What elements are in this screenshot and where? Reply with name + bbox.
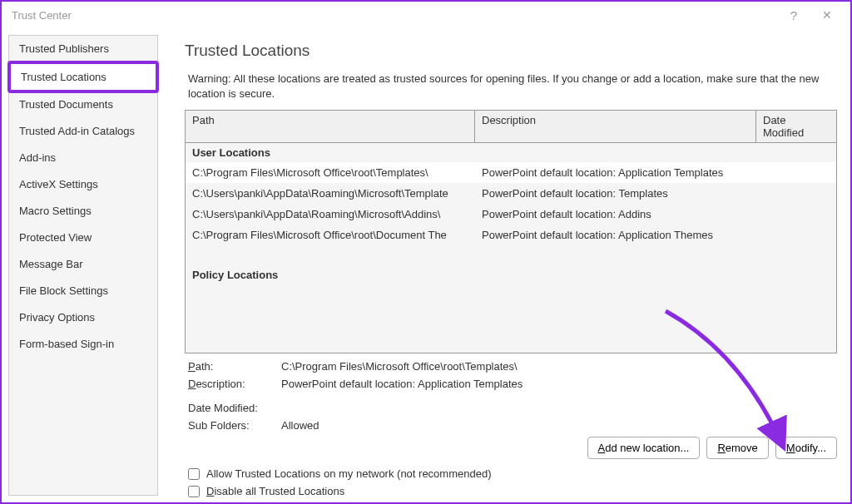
detail-date-label: Date Modified: bbox=[188, 402, 281, 414]
cell-path: C:\Program Files\Microsoft Office\root\D… bbox=[186, 227, 475, 243]
details-panel: Path: C:\Program Files\Microsoft Office\… bbox=[188, 360, 837, 432]
sidebar-item-trusted-documents[interactable]: Trusted Documents bbox=[9, 91, 157, 118]
add-new-location-button[interactable]: Add new location... bbox=[587, 437, 701, 459]
sidebar-item-trusted-publishers[interactable]: Trusted Publishers bbox=[9, 36, 157, 62]
cell-desc: PowerPoint default location: Addins bbox=[475, 206, 756, 222]
cell-date bbox=[756, 227, 836, 243]
sidebar-item-privacy-options[interactable]: Privacy Options bbox=[9, 304, 157, 331]
section-policy-locations: Policy Locations bbox=[186, 265, 836, 284]
sidebar-item-protected-view[interactable]: Protected View bbox=[9, 225, 157, 251]
sidebar-item-form-based-sign-in[interactable]: Form-based Sign-in bbox=[9, 331, 157, 358]
table-row[interactable]: C:\Program Files\Microsoft Office\root\T… bbox=[186, 162, 836, 183]
cell-path: C:\Users\panki\AppData\Roaming\Microsoft… bbox=[186, 206, 475, 222]
cell-date bbox=[756, 206, 836, 222]
sidebar-item-add-ins[interactable]: Add-ins bbox=[9, 145, 157, 171]
cell-desc: PowerPoint default location: Application… bbox=[475, 227, 756, 243]
cell-date bbox=[756, 165, 836, 180]
detail-path-value: C:\Program Files\Microsoft Office\root\T… bbox=[281, 360, 837, 373]
sidebar-item-activex-settings[interactable]: ActiveX Settings bbox=[9, 171, 157, 198]
remove-button[interactable]: Remove bbox=[706, 437, 768, 459]
disable-all-label: Disable all Trusted Locations bbox=[206, 485, 344, 497]
sidebar-item-message-bar[interactable]: Message Bar bbox=[9, 251, 157, 278]
window-title: Trust Center bbox=[8, 9, 777, 22]
cell-path: C:\Users\panki\AppData\Roaming\Microsoft… bbox=[186, 185, 475, 201]
content-area: Trusted Publishers Trusted Locations Tru… bbox=[2, 28, 850, 502]
header-description[interactable]: Description bbox=[475, 111, 756, 142]
allow-network-checkbox[interactable] bbox=[188, 468, 200, 480]
close-icon[interactable]: ✕ bbox=[810, 8, 844, 22]
cell-date bbox=[756, 185, 836, 201]
titlebar: Trust Center ? ✕ bbox=[2, 2, 850, 28]
modify-button[interactable]: Modify... bbox=[775, 437, 837, 459]
table-row[interactable]: C:\Program Files\Microsoft Office\root\D… bbox=[186, 225, 836, 245]
detail-subfolders-label: Sub Folders: bbox=[188, 419, 281, 432]
detail-date-value bbox=[281, 402, 837, 414]
detail-description-label: Description: bbox=[188, 378, 281, 390]
disable-all-checkbox[interactable] bbox=[188, 486, 200, 497]
allow-network-label: Allow Trusted Locations on my network (n… bbox=[206, 467, 492, 480]
detail-description-value: PowerPoint default location: Application… bbox=[281, 378, 837, 390]
disable-all-checkbox-row[interactable]: Disable all Trusted Locations bbox=[188, 485, 837, 497]
sidebar-item-trusted-locations[interactable]: Trusted Locations bbox=[7, 61, 159, 93]
help-icon[interactable]: ? bbox=[777, 8, 810, 22]
table-body: User Locations C:\Program Files\Microsof… bbox=[186, 143, 836, 353]
section-user-locations: User Locations bbox=[186, 143, 836, 162]
main-panel: Trusted Locations Warning: All these loc… bbox=[158, 28, 850, 502]
allow-network-checkbox-row[interactable]: Allow Trusted Locations on my network (n… bbox=[188, 467, 837, 480]
header-path[interactable]: Path bbox=[186, 111, 475, 142]
buttons-row: Add new location... Remove Modify... bbox=[185, 437, 837, 459]
locations-table: Path Description Date Modified User Loca… bbox=[185, 110, 837, 353]
sidebar-item-macro-settings[interactable]: Macro Settings bbox=[9, 198, 157, 225]
sidebar: Trusted Publishers Trusted Locations Tru… bbox=[8, 35, 158, 496]
page-title: Trusted Locations bbox=[185, 42, 837, 60]
detail-subfolders-value: Allowed bbox=[281, 419, 837, 432]
detail-path-label: Path: bbox=[188, 360, 281, 373]
table-header: Path Description Date Modified bbox=[186, 111, 836, 143]
warning-text: Warning: All these locations are treated… bbox=[188, 72, 837, 101]
sidebar-item-file-block-settings[interactable]: File Block Settings bbox=[9, 278, 157, 304]
sidebar-item-trusted-addin-catalogs[interactable]: Trusted Add-in Catalogs bbox=[9, 118, 157, 145]
table-row[interactable]: C:\Users\panki\AppData\Roaming\Microsoft… bbox=[186, 204, 836, 225]
cell-desc: PowerPoint default location: Application… bbox=[475, 165, 756, 180]
header-date-modified[interactable]: Date Modified bbox=[756, 111, 836, 142]
cell-path: C:\Program Files\Microsoft Office\root\T… bbox=[186, 165, 475, 180]
cell-desc: PowerPoint default location: Templates bbox=[475, 185, 756, 201]
table-row[interactable]: C:\Users\panki\AppData\Roaming\Microsoft… bbox=[186, 183, 836, 204]
